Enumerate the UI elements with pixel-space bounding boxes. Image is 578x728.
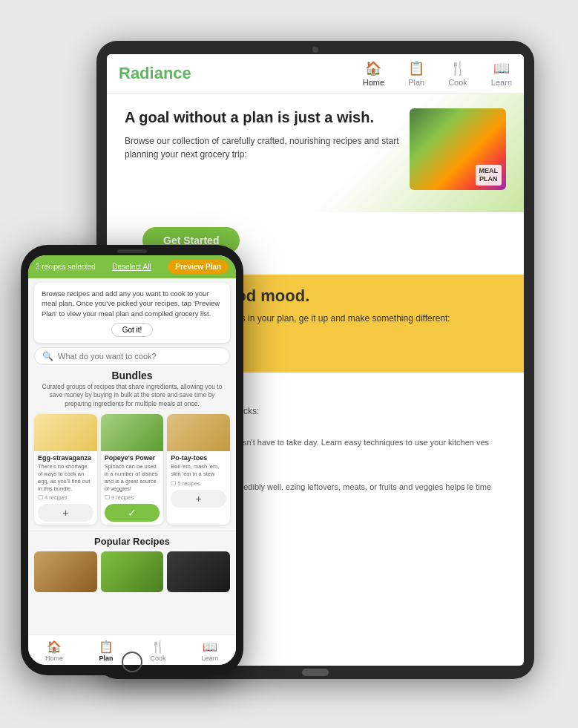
- bundle-egg-name: Egg-stravaganza: [38, 454, 93, 462]
- help-tooltip: Browse recipes and add any you want to c…: [34, 283, 230, 343]
- bundles-section-title: Bundles: [28, 370, 236, 381]
- tooltip-text: Browse recipes and add any you want to c…: [42, 289, 220, 318]
- meal-plan-badge: MEALPLAN: [476, 165, 502, 186]
- section-divider: [28, 531, 236, 531]
- recipe-thumb-3[interactable]: [167, 551, 230, 592]
- hero-description: Browse our collection of carefully craft…: [125, 134, 401, 161]
- app-logo: Radiance: [119, 64, 363, 83]
- bundle-spinach: Popeye's Power Spinach can be used in a …: [101, 414, 164, 525]
- phone-topbar: 3 recipes selected Deselect All Preview …: [28, 255, 236, 278]
- tablet-hero-section: A goal without a plan is just a wish. Br…: [107, 94, 524, 212]
- bundle-spinach-name: Popeye's Power: [105, 454, 160, 462]
- phone-home-icon: 🏠: [47, 640, 62, 654]
- tablet-nav-items: 🏠 Home 📋 Plan 🍴 Cook 📖 Learn: [363, 60, 512, 87]
- bundle-egg-count: ☐ 4 recipes: [38, 494, 93, 501]
- search-input[interactable]: [58, 352, 222, 361]
- phone-device: 3 recipes selected Deselect All Preview …: [21, 245, 243, 675]
- phone-nav-home[interactable]: 🏠 Home: [28, 640, 80, 662]
- tablet-home-button[interactable]: [302, 669, 329, 676]
- phone-home-button[interactable]: [122, 652, 142, 672]
- deselect-all-button[interactable]: Deselect All: [112, 263, 151, 271]
- bundle-potato-count: ☐ 5 recipes: [171, 480, 226, 487]
- phone-cook-icon: 🍴: [151, 640, 165, 654]
- preview-plan-button[interactable]: Preview Plan: [168, 260, 229, 274]
- meal-plan-visual: MEALPLAN: [410, 108, 506, 190]
- search-bar[interactable]: 🔍: [34, 347, 230, 365]
- learn-icon: 📖: [493, 60, 510, 76]
- bundle-egg-desc: There's no shortage of ways to cook an e…: [38, 463, 93, 492]
- phone-nav-learn[interactable]: 📖 Learn: [184, 640, 236, 662]
- recipe-thumb-1[interactable]: [34, 551, 97, 592]
- plan-icon: 📋: [408, 60, 424, 76]
- bundle-potato-desc: Boil 'em, mash 'em, skin 'em in a stew: [171, 463, 226, 478]
- bundle-spinach-add-button[interactable]: ✓: [105, 504, 160, 522]
- bundle-spinach-image: [101, 414, 164, 451]
- tab-nav-cook[interactable]: 🍴 Cook: [448, 60, 467, 87]
- bundle-egg-add-button[interactable]: +: [38, 504, 93, 522]
- bundle-potato-icon: ☐: [171, 480, 176, 487]
- bundle-potato-image: [167, 414, 230, 451]
- bundle-spinach-icon: ☐: [105, 494, 110, 501]
- bundle-spinach-count: ☐ 3 recipes: [105, 494, 160, 501]
- home-icon: 🏠: [365, 60, 381, 76]
- bundle-potato: Po-tay-toes Boil 'em, mash 'em, skin 'em…: [167, 414, 230, 525]
- hero-image: MEALPLAN: [410, 108, 506, 190]
- bundle-egg-image: [34, 414, 97, 451]
- bundle-potato-name: Po-tay-toes: [171, 454, 226, 462]
- bundle-egg-body: Egg-stravaganza There's no shortage of w…: [34, 451, 97, 525]
- phone-plan-icon: 📋: [99, 640, 114, 654]
- bundle-egg-icon: ☐: [38, 494, 43, 501]
- hero-title: A goal without a plan is just a wish.: [125, 108, 401, 127]
- recipes-selected-label: 3 recipes selected: [36, 263, 96, 271]
- popular-recipes-title: Popular Recipes: [28, 536, 236, 547]
- search-icon: 🔍: [42, 351, 53, 361]
- phone-screen: 3 recipes selected Deselect All Preview …: [28, 255, 236, 665]
- bundles-section-desc: Curated groups of recipes that share ing…: [37, 383, 227, 408]
- got-it-button[interactable]: Got it!: [111, 323, 154, 337]
- phone-learn-icon: 📖: [203, 640, 217, 654]
- tab-nav-plan[interactable]: 📋 Plan: [408, 60, 424, 87]
- bundle-potato-body: Po-tay-toes Boil 'em, mash 'em, skin 'em…: [167, 451, 230, 511]
- tablet-camera: [312, 47, 318, 53]
- recipe-thumbnails: [28, 551, 236, 592]
- tablet-nav: Radiance 🏠 Home 📋 Plan 🍴 Cook 📖 Learn: [107, 54, 524, 94]
- bundle-spinach-body: Popeye's Power Spinach can be used in a …: [101, 451, 164, 525]
- bundle-egg: Egg-stravaganza There's no shortage of w…: [34, 414, 97, 525]
- phone-speaker: [117, 249, 147, 253]
- cook-icon: 🍴: [450, 60, 466, 76]
- tab-nav-home[interactable]: 🏠 Home: [363, 60, 384, 87]
- hero-text: A goal without a plan is just a wish. Br…: [125, 108, 401, 161]
- bundle-spinach-desc: Spinach can be used in a number of dishe…: [105, 463, 160, 492]
- recipe-thumb-2[interactable]: [101, 551, 164, 592]
- bundle-potato-add-button[interactable]: +: [171, 490, 226, 508]
- bundles-list: Egg-stravaganza There's no shortage of w…: [28, 414, 236, 525]
- tab-nav-learn[interactable]: 📖 Learn: [491, 60, 512, 87]
